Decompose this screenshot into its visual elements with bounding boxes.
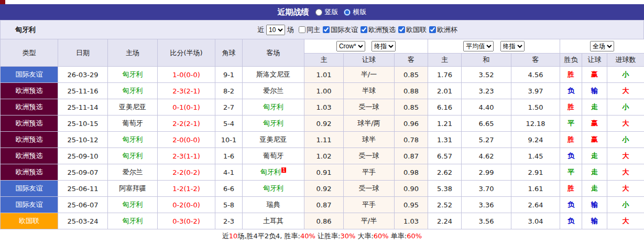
avg-odds-home: 1.76 xyxy=(428,67,462,83)
col-header-corner: 角球 xyxy=(215,39,243,67)
odds-home: 0.91 xyxy=(304,164,344,181)
avg-odds-home: 2.01 xyxy=(428,83,462,99)
odds-handicap: 球半/两 xyxy=(344,115,395,132)
odds-handicap: 平手 xyxy=(344,197,395,213)
filter-checkbox-option[interactable]: 欧洲杯 xyxy=(429,25,457,35)
match-score: 0-1(0-1) xyxy=(158,99,215,115)
layout-option[interactable]: 竖版 xyxy=(315,7,339,17)
match-date: 25-10-15 xyxy=(58,115,108,132)
bookmaker-select[interactable]: Crow* xyxy=(336,41,365,51)
result-winloss: 胜 xyxy=(560,99,582,115)
match-type-badge: 欧洲预选 xyxy=(1,164,58,181)
corner-score: 5-4 xyxy=(215,115,243,132)
result-winloss: 负 xyxy=(560,213,582,229)
summary-segment: 60% xyxy=(407,232,422,240)
filter-checkbox-option[interactable]: 国际友谊 xyxy=(323,25,358,35)
away-team-name: 爱尔兰 xyxy=(263,87,283,94)
filter-checkbox[interactable] xyxy=(429,26,436,33)
avg-odds-away: 1.50 xyxy=(511,99,560,115)
layout-radio[interactable] xyxy=(315,9,322,16)
home-team: 爱尔兰 xyxy=(108,164,158,181)
avg-odds-draw: 6.65 xyxy=(462,115,511,132)
summary-text: 近10场,胜4平2负4, 胜率:40% 让胜率:30% 大率:60% 单率:60… xyxy=(222,232,422,241)
odds-home: 1.03 xyxy=(304,99,344,115)
odds-handicap: 平手 xyxy=(344,164,395,181)
match-type-badge: 欧洲预选 xyxy=(1,99,58,115)
filter-checkbox[interactable] xyxy=(361,26,367,33)
col-header-odds-away: 客 xyxy=(395,54,428,67)
summary-segment: 40% xyxy=(300,232,315,240)
recent-count-select[interactable]: 10 xyxy=(266,25,285,35)
avg-odds-draw: 3.70 xyxy=(462,181,511,197)
away-team-name: 亚美尼亚 xyxy=(260,135,287,143)
away-team-name: 瑞典 xyxy=(267,201,280,208)
match-score: 0-3(0-2) xyxy=(158,213,215,229)
average-select[interactable]: 平均值 xyxy=(463,41,494,51)
match-score: 0-2(0-0) xyxy=(158,197,215,213)
corner-score: 10-1 xyxy=(215,132,243,148)
filter-checkbox-option[interactable]: 同主 xyxy=(299,25,320,35)
summary-segment: 30% xyxy=(340,232,355,240)
odds-handicap: 受一球 xyxy=(344,99,395,115)
odds-handicap: 半球 xyxy=(344,83,395,99)
odds-handicap: 球半 xyxy=(344,132,395,148)
match-score: 2-3(2-1) xyxy=(158,83,215,99)
avg-odds-draw: 2.99 xyxy=(462,164,511,181)
match-type-badge: 欧洲预选 xyxy=(1,83,58,99)
result-goals: 大 xyxy=(607,181,644,197)
away-team: 瑞典 xyxy=(243,197,304,213)
odds-home: 1.02 xyxy=(304,148,344,164)
avg-odds-away: 2.64 xyxy=(511,197,560,213)
home-team: 匈牙利 xyxy=(108,67,158,83)
bookmaker-stage-select[interactable]: 终指 xyxy=(372,41,396,51)
home-team: 匈牙利 xyxy=(108,148,158,164)
bookmaker-odds-header: Crow* 终指 xyxy=(304,39,428,54)
result-goals: 小 xyxy=(607,132,644,148)
odds-away: 0.95 xyxy=(395,197,428,213)
summary-bar: 近10场,胜4平2负4, 胜率:40% 让胜率:30% 大率:60% 单率:60… xyxy=(0,229,644,242)
avg-odds-home: 2.24 xyxy=(428,213,462,229)
away-team: 亚美尼亚 xyxy=(243,132,304,148)
average-stage-select[interactable]: 终指 xyxy=(500,41,525,51)
summary-segment: 单率: xyxy=(389,232,407,240)
result-handicap: 赢 xyxy=(582,115,607,132)
match-type-badge: 欧洲预选 xyxy=(1,132,58,148)
filter-checkbox-option[interactable]: 欧洲预选 xyxy=(361,25,396,35)
col-header-avg-away: 客 xyxy=(511,54,560,67)
odds-handicap: 平/半 xyxy=(344,213,395,229)
avg-odds-draw: 4.62 xyxy=(462,148,511,164)
avg-odds-home: 1.21 xyxy=(428,115,462,132)
col-header-goals: 进球数 xyxy=(607,54,644,67)
result-winloss: 平 xyxy=(560,164,582,181)
corner-artifact xyxy=(0,0,5,4)
layout-option-label: 竖版 xyxy=(325,7,339,17)
filter-checkbox[interactable] xyxy=(323,26,330,33)
odds-away: 0.98 xyxy=(395,164,428,181)
odds-away: 0.87 xyxy=(395,148,428,164)
filter-checkbox-option[interactable]: 欧国联 xyxy=(398,25,427,35)
layout-radio[interactable] xyxy=(344,9,351,16)
result-goals: 大 xyxy=(607,148,644,164)
result-handicap: 走 xyxy=(582,164,607,181)
avg-odds-away: 4.56 xyxy=(511,67,560,83)
away-team: 葡萄牙 xyxy=(243,148,304,164)
odds-home: 0.87 xyxy=(304,197,344,213)
match-date: 25-10-12 xyxy=(58,132,108,148)
filter-checkbox-label: 欧洲杯 xyxy=(437,25,457,35)
corner-score: 2-7 xyxy=(215,99,243,115)
result-handicap: 赢 xyxy=(582,67,607,83)
scope-select[interactable]: 全场 xyxy=(590,41,614,51)
table-row: 欧国联 25-03-24 匈牙利 0-3(0-2) 2-3 土耳其 0.86 平… xyxy=(1,213,644,229)
filter-checkbox-label: 同主 xyxy=(307,25,320,35)
match-type-badge: 国际友谊 xyxy=(1,197,58,213)
match-type-badge: 欧国联 xyxy=(1,213,58,229)
filter-checkbox[interactable] xyxy=(299,26,305,33)
avg-odds-away: 1.45 xyxy=(511,148,560,164)
filters: 近 10 场 同主国际友谊欧洲预选欧国联欧洲杯 xyxy=(257,25,457,35)
away-team: 匈牙利 xyxy=(243,181,304,197)
filter-checkbox[interactable] xyxy=(398,26,405,33)
avg-odds-away: 2.91 xyxy=(511,164,560,181)
layout-option[interactable]: 横版 xyxy=(344,7,367,17)
results-body: 国际友谊 26-03-29 匈牙利 1-0(0-0) 9-1 斯洛文尼亚 1.0… xyxy=(1,67,644,229)
summary-segment: 10 xyxy=(229,232,238,240)
